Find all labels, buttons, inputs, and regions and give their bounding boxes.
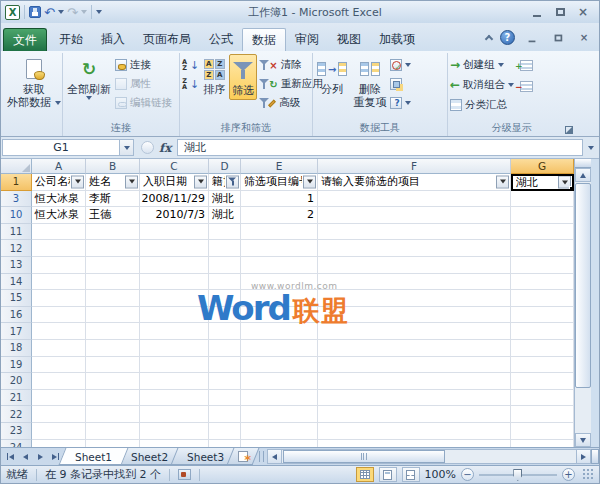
tab-home[interactable]: 开始	[50, 28, 92, 51]
cell-F15[interactable]	[318, 290, 511, 307]
cell-F10[interactable]	[318, 207, 511, 224]
cell-D12[interactable]	[209, 240, 241, 257]
row-header-19[interactable]: 19	[1, 357, 32, 374]
data-validation-button[interactable]	[390, 57, 411, 73]
cell-G24[interactable]	[511, 440, 574, 448]
cell-D10[interactable]: 湖北	[209, 207, 241, 224]
cell-E17[interactable]	[241, 323, 318, 340]
undo-dropdown-icon[interactable]	[58, 10, 64, 14]
what-if-analysis-button[interactable]	[390, 95, 411, 111]
cell-A1[interactable]: 公司名称	[32, 174, 86, 191]
scroll-left-icon[interactable]	[267, 449, 282, 464]
cell-A19[interactable]	[32, 357, 86, 374]
prev-sheet-icon[interactable]	[19, 450, 32, 464]
cell-C20[interactable]	[140, 373, 209, 390]
column-header-F[interactable]: F	[318, 159, 511, 174]
scroll-right-icon[interactable]	[576, 449, 591, 464]
cell-C17[interactable]	[140, 323, 209, 340]
split-handle[interactable]	[575, 159, 591, 168]
tab-data[interactable]: 数据	[242, 28, 286, 51]
first-sheet-icon[interactable]	[4, 450, 17, 464]
cell-F21[interactable]	[318, 390, 511, 407]
cell-D11[interactable]	[209, 224, 241, 241]
excel-app-icon[interactable]: X	[5, 5, 20, 20]
row-header-16[interactable]: 16	[1, 307, 32, 324]
cell-F23[interactable]	[318, 423, 511, 440]
cell-F1[interactable]: 请输入要筛选的项目	[318, 174, 511, 191]
cell-D15[interactable]	[209, 290, 241, 307]
scroll-up-icon[interactable]	[575, 168, 591, 182]
tab-file[interactable]: 文件	[3, 28, 47, 51]
zoom-slider[interactable]	[479, 468, 557, 481]
cell-G23[interactable]	[511, 423, 574, 440]
cell-F3[interactable]	[318, 191, 511, 208]
cell-F16[interactable]	[318, 307, 511, 324]
cell-E23[interactable]	[241, 423, 318, 440]
cell-B12[interactable]	[86, 240, 140, 257]
column-header-G[interactable]: G	[511, 159, 574, 174]
cell-B20[interactable]	[86, 373, 140, 390]
consolidate-button[interactable]	[390, 76, 411, 92]
cell-F12[interactable]	[318, 240, 511, 257]
page-layout-view-button[interactable]	[379, 467, 397, 482]
hide-detail-button[interactable]	[520, 78, 533, 94]
cell-B17[interactable]	[86, 323, 140, 340]
cell-A14[interactable]	[32, 274, 86, 291]
cell-E13[interactable]	[241, 257, 318, 274]
cell-E19[interactable]	[241, 357, 318, 374]
dialog-launcher-icon[interactable]	[565, 126, 573, 134]
filter-dropdown-icon[interactable]	[71, 175, 84, 188]
cell-E14[interactable]	[241, 274, 318, 291]
cell-A22[interactable]	[32, 406, 86, 423]
zoom-in-icon[interactable]: +	[562, 468, 575, 481]
cell-E11[interactable]	[241, 224, 318, 241]
horizontal-scrollbar[interactable]	[267, 449, 599, 464]
row-header-10[interactable]: 10	[1, 207, 32, 224]
undo-icon[interactable]: ↶	[44, 6, 55, 19]
workbook-restore-button[interactable]	[550, 32, 565, 44]
cell-D13[interactable]	[209, 257, 241, 274]
column-header-D[interactable]: D	[209, 159, 241, 174]
workbook-close-button[interactable]: ×	[576, 32, 591, 44]
row-header-12[interactable]: 12	[1, 240, 32, 257]
cell-G16[interactable]	[511, 307, 574, 324]
cell-C16[interactable]	[140, 307, 209, 324]
cell-C11[interactable]	[140, 224, 209, 241]
cell-E22[interactable]	[241, 406, 318, 423]
cell-B13[interactable]	[86, 257, 140, 274]
cell-F18[interactable]	[318, 340, 511, 357]
subtotal-button[interactable]: 分类汇总	[450, 97, 514, 113]
cell-A20[interactable]	[32, 373, 86, 390]
filter-dropdown-icon[interactable]	[496, 175, 509, 188]
cell-A3[interactable]: 恒大冰泉	[32, 191, 86, 208]
row-header-17[interactable]: 17	[1, 323, 32, 340]
cell-C21[interactable]	[140, 390, 209, 407]
cell-B18[interactable]	[86, 340, 140, 357]
cell-G17[interactable]	[511, 323, 574, 340]
cell-B11[interactable]	[86, 224, 140, 241]
cell-G15[interactable]	[511, 290, 574, 307]
split-handle[interactable]	[591, 449, 599, 464]
workbook-minimize-button[interactable]	[524, 32, 539, 44]
row-header-23[interactable]: 23	[1, 423, 32, 440]
cell-B22[interactable]	[86, 406, 140, 423]
get-external-data-button[interactable]: 获取 外部数据	[5, 54, 63, 111]
zoom-out-icon[interactable]: −	[461, 468, 474, 481]
scrollbar-thumb[interactable]	[283, 450, 445, 463]
customize-qat-icon[interactable]	[96, 10, 102, 14]
cell-B24[interactable]	[86, 440, 140, 448]
page-break-view-button[interactable]	[402, 467, 420, 482]
cell-A21[interactable]	[32, 390, 86, 407]
cell-B1[interactable]: 姓名	[86, 174, 140, 191]
select-all-corner[interactable]	[1, 159, 32, 174]
cell-D23[interactable]	[209, 423, 241, 440]
insert-worksheet-button[interactable]	[230, 448, 256, 465]
cell-G3[interactable]	[511, 191, 574, 208]
cell-E20[interactable]	[241, 373, 318, 390]
zoom-slider-thumb[interactable]	[513, 469, 522, 481]
tab-review[interactable]: 审阅	[286, 28, 328, 51]
cell-F19[interactable]	[318, 357, 511, 374]
refresh-all-button[interactable]: ↻ 全部刷新	[65, 54, 113, 102]
cell-F13[interactable]	[318, 257, 511, 274]
cell-B15[interactable]	[86, 290, 140, 307]
